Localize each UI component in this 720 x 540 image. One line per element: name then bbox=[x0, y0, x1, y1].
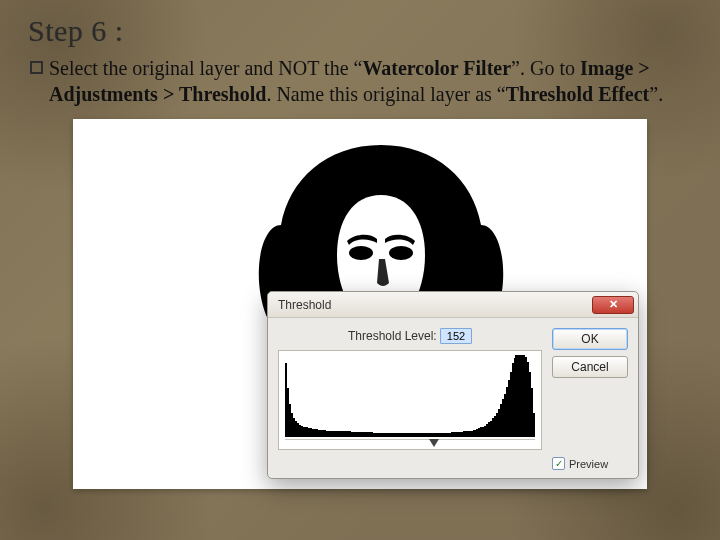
cancel-button[interactable]: Cancel bbox=[552, 356, 628, 378]
close-icon: ✕ bbox=[609, 298, 618, 311]
threshold-level-input[interactable]: 152 bbox=[440, 328, 472, 344]
threshold-slider-track[interactable] bbox=[285, 439, 535, 447]
threshold-dialog: Threshold ✕ Threshold Level: 152 bbox=[267, 291, 639, 479]
threshold-level-row: Threshold Level: 152 bbox=[278, 328, 542, 344]
preview-label: Preview bbox=[569, 458, 608, 470]
instruction-text-part: ”. bbox=[649, 83, 663, 105]
preview-checkbox[interactable]: ✓ bbox=[552, 457, 565, 470]
close-button[interactable]: ✕ bbox=[592, 296, 634, 314]
instruction-text-part: . Name this original layer as “ bbox=[266, 83, 505, 105]
instruction-text-bold: Threshold Effect bbox=[506, 83, 650, 105]
threshold-histogram bbox=[278, 350, 542, 450]
instruction-text-bold: Watercolor Filter bbox=[362, 57, 511, 79]
dialog-title: Threshold bbox=[278, 298, 592, 312]
bullet-marker-icon bbox=[30, 61, 43, 74]
instruction-bullet: Select the original layer and NOT the “W… bbox=[28, 56, 692, 107]
instruction-text-part: ”. Go to bbox=[511, 57, 580, 79]
step-title: Step 6 : bbox=[28, 14, 692, 48]
threshold-level-label: Threshold Level: bbox=[348, 329, 437, 343]
instruction-text-part: Select the original layer and NOT the “ bbox=[49, 57, 362, 79]
dialog-titlebar[interactable]: Threshold ✕ bbox=[268, 292, 638, 318]
screenshot-figure: Threshold ✕ Threshold Level: 152 bbox=[73, 119, 647, 489]
ok-button[interactable]: OK bbox=[552, 328, 628, 350]
instruction-text: Select the original layer and NOT the “W… bbox=[49, 56, 692, 107]
threshold-slider-thumb[interactable] bbox=[429, 439, 439, 447]
histogram-bar bbox=[533, 413, 535, 438]
svg-point-1 bbox=[349, 246, 373, 260]
svg-point-2 bbox=[389, 246, 413, 260]
